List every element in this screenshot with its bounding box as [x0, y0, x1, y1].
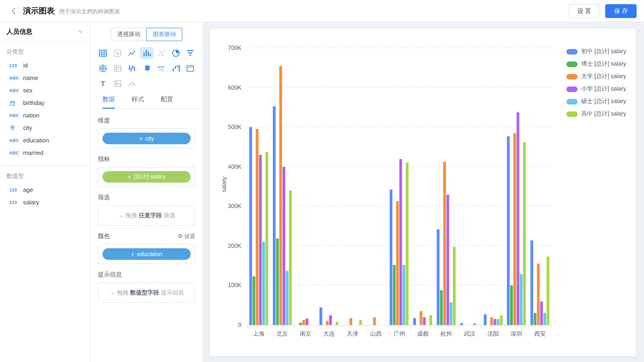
bar[interactable] — [543, 313, 546, 325]
funnel-chart-icon[interactable] — [184, 47, 197, 59]
text-chart-icon[interactable]: T — [96, 78, 110, 90]
bar[interactable] — [306, 319, 308, 325]
bar[interactable] — [289, 191, 292, 325]
tab-config[interactable]: 配置 — [161, 95, 173, 109]
metric-dropzone[interactable]: ∨ [总计] salary — [98, 167, 195, 187]
bar[interactable] — [390, 190, 393, 325]
tab-data[interactable]: 数据 — [102, 95, 115, 109]
bar[interactable] — [326, 321, 329, 325]
kpi-card-icon[interactable]: 8 — [110, 47, 124, 59]
bar[interactable] — [329, 315, 332, 325]
radar-chart-icon[interactable] — [96, 62, 110, 74]
dimension-dropzone[interactable]: ∨ city — [98, 128, 195, 148]
bar[interactable] — [514, 133, 516, 325]
bar[interactable] — [276, 239, 278, 325]
waterfall-chart-icon[interactable] — [169, 62, 183, 74]
filter-dropzone[interactable]: → 拖拽任意字段筛选 — [98, 205, 195, 226]
dataset-selector[interactable]: 人员信息 — [0, 22, 90, 42]
bar-group-北京[interactable] — [270, 48, 294, 325]
bar[interactable] — [453, 247, 456, 325]
bar[interactable] — [396, 201, 399, 325]
field-item-birthday[interactable]: birthday — [0, 97, 90, 109]
bar[interactable] — [490, 317, 493, 325]
bar[interactable] — [413, 318, 416, 325]
legend-item[interactable]: 大学 [总计] salary — [566, 70, 626, 83]
bar[interactable] — [350, 318, 352, 325]
bar[interactable] — [537, 264, 540, 325]
legend-item[interactable]: 小学 [总计] salary — [566, 83, 626, 95]
bar[interactable] — [359, 320, 362, 325]
bar-group-沈阳[interactable] — [481, 48, 505, 325]
bar[interactable] — [517, 113, 520, 325]
bar[interactable] — [493, 319, 496, 325]
settings-button[interactable]: 设 置 — [569, 4, 600, 18]
bar[interactable] — [393, 265, 396, 325]
bar-group-深圳[interactable] — [505, 48, 528, 325]
bar-chart-icon[interactable] — [140, 47, 154, 59]
bar[interactable] — [373, 317, 376, 325]
bar[interactable] — [262, 242, 265, 325]
bar-group-上海[interactable] — [247, 48, 270, 325]
bar[interactable] — [446, 195, 449, 325]
tab-style[interactable]: 样式 — [132, 95, 144, 109]
bar[interactable] — [530, 240, 533, 325]
bar[interactable] — [484, 314, 486, 325]
back-button[interactable] — [8, 5, 20, 17]
scatter-chart-icon[interactable] — [154, 47, 168, 59]
bar[interactable] — [266, 152, 268, 325]
bar-group-南京[interactable] — [294, 48, 318, 325]
metric-pill-salary[interactable]: ∨ [总计] salary — [102, 171, 191, 183]
field-item-education[interactable]: ABCeducation — [0, 134, 90, 146]
field-item-id[interactable]: 123id — [0, 59, 90, 72]
bar[interactable] — [443, 162, 446, 325]
field-item-name[interactable]: ABCname — [0, 72, 90, 84]
gantt-chart-icon[interactable] — [125, 62, 139, 74]
image-chart-icon[interactable] — [110, 78, 124, 90]
bar[interactable] — [523, 142, 526, 325]
legend-item[interactable]: 硕士 [总计] salary — [566, 95, 626, 108]
bar[interactable] — [423, 317, 426, 325]
field-item-salary[interactable]: 123salary — [0, 196, 90, 209]
save-button[interactable]: 保 存 — [606, 4, 636, 18]
tooltip-dropzone[interactable]: → 拖拽数值型字段提示信息 — [98, 282, 195, 303]
bar[interactable] — [282, 167, 285, 325]
bar[interactable] — [496, 319, 499, 325]
bar[interactable] — [400, 159, 402, 325]
frame-chart-icon[interactable] — [184, 62, 197, 74]
bar-group-西安[interactable] — [528, 48, 552, 325]
bar[interactable] — [252, 276, 255, 325]
bar-group-杭州[interactable] — [434, 48, 458, 325]
dimension-pill-city[interactable]: ∨ city — [102, 133, 191, 144]
bar[interactable] — [420, 311, 422, 325]
wordcloud-chart-icon[interactable]: wordcloudapi — [154, 62, 168, 74]
bar[interactable] — [520, 274, 523, 325]
bar[interactable] — [534, 313, 536, 325]
bar[interactable] — [249, 127, 252, 325]
table-chart-icon[interactable] — [96, 47, 110, 59]
legend-item[interactable]: 高中 [总计] salary — [566, 108, 626, 120]
field-item-city[interactable]: city — [0, 122, 90, 134]
bar[interactable] — [336, 322, 338, 325]
bar[interactable] — [302, 320, 306, 325]
bar[interactable] — [510, 285, 513, 325]
bar[interactable] — [279, 66, 282, 325]
bar[interactable] — [437, 229, 440, 325]
bar[interactable] — [450, 302, 452, 325]
bar[interactable] — [403, 265, 406, 325]
field-item-age[interactable]: 123age — [0, 184, 90, 196]
pie-chart-icon[interactable] — [169, 47, 183, 59]
bar[interactable] — [286, 271, 288, 325]
bar[interactable] — [440, 290, 443, 325]
bar-group-广州[interactable] — [388, 48, 411, 325]
mode-tab-chart[interactable]: 图表驱动 — [146, 28, 182, 41]
line-chart-icon[interactable] — [125, 47, 139, 59]
bar[interactable] — [406, 163, 409, 325]
bar[interactable] — [546, 257, 549, 325]
bar-group-大连[interactable] — [318, 48, 341, 325]
legend-item[interactable]: 博士 [总计] salary — [566, 58, 626, 70]
bar[interactable] — [256, 129, 258, 325]
mode-tab-pivot[interactable]: 透视驱动 — [111, 28, 146, 41]
bar[interactable] — [272, 106, 275, 325]
bar[interactable] — [500, 315, 502, 325]
bar[interactable] — [540, 301, 543, 325]
